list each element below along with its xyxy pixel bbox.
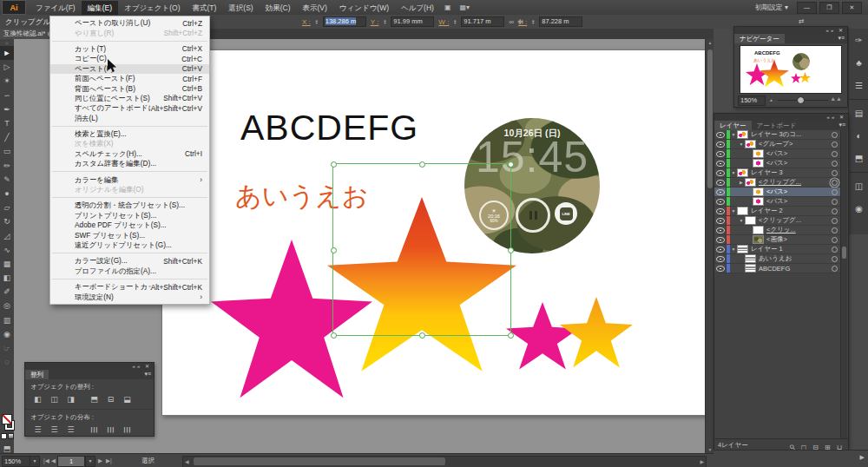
scroll-right-icon[interactable]: ▶ bbox=[700, 458, 704, 464]
appearance-panel-icon[interactable]: ⬒ bbox=[849, 147, 868, 169]
visibility-cell[interactable] bbox=[714, 140, 727, 148]
layer-label[interactable]: <パス> bbox=[766, 187, 829, 196]
target-circle-icon[interactable] bbox=[829, 237, 839, 243]
zoom-level-box[interactable]: 150% bbox=[2, 456, 31, 467]
close-panel-icon[interactable]: ✕ bbox=[145, 364, 151, 369]
pencil-tool[interactable]: ✎ bbox=[0, 173, 14, 187]
selection-handle[interactable] bbox=[508, 332, 514, 339]
close-panel-icon[interactable]: ✕ bbox=[838, 28, 845, 33]
visibility-cell[interactable] bbox=[714, 178, 727, 187]
layer-row[interactable]: <画像> bbox=[714, 235, 846, 245]
collapsed-arrow-icon[interactable]: ▶ bbox=[738, 180, 745, 185]
layer-label[interactable]: <パス> bbox=[766, 149, 829, 158]
arrange-documents-icon[interactable]: ▣ bbox=[440, 3, 456, 11]
target-circle-icon[interactable] bbox=[829, 180, 839, 186]
transparency-panel-icon[interactable]: ◐ bbox=[849, 124, 868, 147]
layers-scroll-thumb[interactable] bbox=[842, 247, 846, 259]
layer-row[interactable]: <クリッ... bbox=[714, 226, 846, 235]
type-tool[interactable]: T bbox=[0, 116, 14, 130]
layer-label[interactable]: <クリップグ... bbox=[759, 178, 829, 187]
layer-row[interactable]: ▼レイヤー 1 bbox=[714, 245, 846, 254]
zoom-tool[interactable]: ◌ bbox=[0, 355, 14, 369]
next-artboard-button[interactable]: ▶ bbox=[98, 457, 102, 464]
link-dimensions-icon[interactable]: ∞ bbox=[509, 18, 514, 26]
expand-arrow-icon[interactable]: ▼ bbox=[730, 208, 737, 214]
visibility-cell[interactable] bbox=[714, 254, 727, 263]
close-panel-icon[interactable]: ✕ bbox=[839, 115, 845, 120]
edit-menu-item-0[interactable]: ペーストの取り消し(U)Ctrl+Z bbox=[50, 18, 209, 28]
color-panel-icon[interactable]: ✑ bbox=[849, 29, 868, 51]
edit-menu-item-10[interactable]: 検索と置換(E)... bbox=[50, 129, 209, 139]
menubar-item-0[interactable]: ファイル(F) bbox=[30, 1, 82, 15]
collapse-panel-icon[interactable]: «« bbox=[826, 28, 836, 33]
selection-handle[interactable] bbox=[331, 332, 337, 339]
layer-label[interactable]: あいうえお bbox=[759, 254, 829, 263]
gradient-tool[interactable]: ◧ bbox=[0, 271, 14, 285]
layer-label[interactable]: <パス> bbox=[766, 159, 829, 168]
zoom-in-mountains-icon[interactable]: ▲▲ bbox=[830, 95, 842, 102]
target-circle-icon[interactable] bbox=[829, 218, 839, 224]
edit-menu-item-13[interactable]: カスタム辞書を編集(D)... bbox=[50, 159, 209, 168]
scroll-left-icon[interactable]: ◀ bbox=[185, 458, 189, 464]
selection-handle[interactable] bbox=[419, 332, 425, 339]
zoom-dropdown-icon[interactable]: ▼ bbox=[30, 456, 40, 467]
layer-row[interactable]: ABCDEFG bbox=[714, 264, 846, 273]
edit-menu-item-4[interactable]: ペースト(P)Ctrl+V bbox=[50, 64, 209, 74]
layer-row[interactable]: ▼レイヤー 3のコ... bbox=[714, 130, 846, 140]
layer-row[interactable]: ▶<クリップグ... bbox=[714, 178, 846, 187]
vscroll-thumb[interactable] bbox=[707, 49, 713, 188]
artboard-number-box[interactable]: 1 bbox=[57, 456, 85, 467]
stepper-icon[interactable]: ▲▼ bbox=[383, 19, 386, 25]
scale-tool[interactable]: ◿ bbox=[0, 228, 14, 242]
fill-color-swatch[interactable] bbox=[2, 414, 12, 424]
tab-navigator[interactable]: ナビゲーター bbox=[734, 34, 785, 43]
eyedropper-tool[interactable]: ✐ bbox=[0, 285, 14, 299]
menubar-item-8[interactable]: ヘルプ(H) bbox=[395, 1, 440, 15]
distribute-top-button[interactable]: ☰ bbox=[30, 424, 45, 436]
edit-menu-item-7[interactable]: 同じ位置にペースト(S)Shift+Ctrl+V bbox=[50, 94, 209, 103]
transform-field-value-2[interactable]: 91.717 m bbox=[461, 16, 504, 27]
target-circle-icon[interactable] bbox=[829, 132, 839, 138]
target-circle-icon[interactable] bbox=[829, 247, 839, 253]
edit-menu-item-8[interactable]: すべてのアートボードにペースト(S)Alt+Shift+Ctrl+V bbox=[50, 103, 209, 113]
expand-arrow-icon[interactable]: ▼ bbox=[738, 141, 745, 147]
minimize-button[interactable]: — bbox=[797, 2, 817, 14]
prev-artboard-button[interactable]: ◀ bbox=[51, 457, 56, 464]
visibility-cell[interactable] bbox=[714, 159, 727, 168]
edit-menu-item-2[interactable]: カット(T)Ctrl+X bbox=[50, 44, 209, 54]
paintbrush-tool[interactable]: ✏ bbox=[0, 159, 14, 173]
navigator-zoom-box[interactable]: 150% bbox=[738, 95, 766, 106]
artboard-dropdown-icon[interactable]: ▼ bbox=[85, 456, 95, 467]
magic-wand-tool[interactable]: ✶ bbox=[0, 74, 14, 88]
lasso-tool[interactable]: ∽ bbox=[0, 89, 14, 102]
blend-tool[interactable]: ◎ bbox=[0, 299, 14, 312]
stepper-icon[interactable]: ▲▼ bbox=[453, 19, 457, 25]
visibility-cell[interactable] bbox=[714, 216, 727, 225]
target-circle-icon[interactable] bbox=[829, 161, 839, 167]
stroke-panel-icon[interactable]: ☰ bbox=[849, 74, 868, 96]
selection-handle[interactable] bbox=[331, 247, 337, 253]
menubar-item-6[interactable]: 表示(V) bbox=[296, 1, 332, 15]
line-segment-tool[interactable]: ╱ bbox=[0, 130, 14, 144]
tab-artboards[interactable]: アートボード bbox=[752, 121, 802, 130]
visibility-cell[interactable] bbox=[714, 130, 727, 139]
close-button[interactable]: ✕ bbox=[842, 2, 862, 14]
align-right-button[interactable]: ◨ bbox=[63, 393, 78, 405]
mesh-tool[interactable]: ▦ bbox=[0, 257, 14, 271]
layer-label[interactable]: レイヤー 2 bbox=[751, 207, 829, 215]
visibility-cell[interactable] bbox=[714, 226, 727, 234]
visibility-cell[interactable] bbox=[714, 235, 727, 244]
workspace-switcher[interactable]: 初期設定 ▾ bbox=[755, 3, 788, 12]
panel-menu-icon[interactable]: ▾≡ bbox=[838, 122, 845, 128]
layer-row[interactable]: ▼<クリップグ... bbox=[714, 216, 846, 226]
blob-brush-tool[interactable]: ● bbox=[0, 187, 14, 201]
layers-scrollbar[interactable] bbox=[840, 130, 847, 438]
panel-menu-icon[interactable]: ▾≡ bbox=[144, 371, 151, 378]
graphic-styles-panel-icon[interactable]: ◫ bbox=[849, 174, 868, 197]
selection-handle[interactable] bbox=[331, 161, 337, 168]
layer-label[interactable]: <クリップグ... bbox=[759, 216, 829, 225]
visibility-cell[interactable] bbox=[714, 168, 727, 177]
canvas-horizontal-scrollbar[interactable]: ◀ ▶ bbox=[182, 456, 707, 467]
navigator-thumbnail[interactable]: ABCDEFG あいうえお bbox=[740, 45, 842, 94]
edit-menu-item-5[interactable]: 前面へペースト(F)Ctrl+F bbox=[50, 74, 209, 83]
